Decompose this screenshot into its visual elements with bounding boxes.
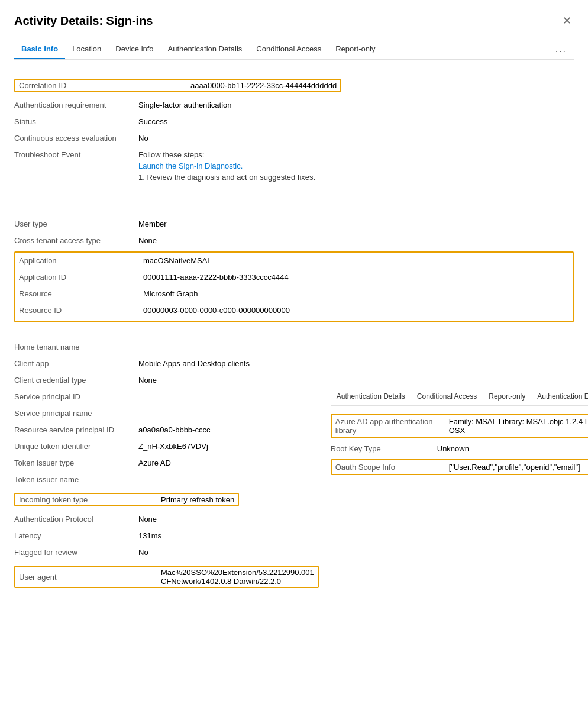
auth-protocol-value: None	[138, 515, 319, 524]
application-block: Application macOSNativeMSAL Application …	[14, 251, 574, 322]
troubleshoot-content: Follow these steps: Launch the Sign-in D…	[138, 150, 574, 184]
client-app-label: Client app	[14, 359, 138, 368]
right-tab-auth-details[interactable]: Authentication Details	[331, 389, 411, 405]
service-principal-id-label: Service principal ID	[14, 392, 138, 401]
incoming-token-label: Incoming token type	[19, 495, 143, 504]
auth-req-label: Authentication requirement	[14, 101, 138, 109]
troubleshoot-row: Troubleshoot Event Follow these steps: L…	[14, 147, 574, 188]
correlation-id-row: Correlation ID aaaa0000-bb11-2222-33cc-4…	[14, 74, 574, 97]
cae-label: Continuous access evaluation	[14, 134, 138, 143]
incoming-token-row: Incoming token type Primary refresh toke…	[14, 488, 319, 511]
troubleshoot-step: Follow these steps:	[138, 150, 574, 159]
tab-report-only[interactable]: Report-only	[328, 40, 382, 59]
tabs-more[interactable]: ...	[548, 39, 574, 59]
resource-value: Microsoft Graph	[143, 289, 569, 298]
cross-tenant-label: Cross tenant access type	[14, 236, 138, 245]
token-issuer-name-label: Token issuer name	[14, 475, 138, 484]
tab-basic-info[interactable]: Basic info	[14, 40, 65, 59]
client-cred-row: Client credential type None	[14, 372, 574, 389]
latency-row: Latency 131ms	[14, 528, 319, 544]
resource-row: Resource Microsoft Graph	[19, 287, 569, 304]
auth-req-value: Single-factor authentication	[138, 101, 574, 109]
activity-details-dialog: Activity Details: Sign-ins ✕ Basic info …	[0, 0, 588, 720]
application-label: Application	[19, 256, 143, 265]
status-label: Status	[14, 117, 138, 126]
cae-value: No	[138, 134, 574, 143]
client-cred-label: Client credential type	[14, 376, 138, 385]
tab-device-info[interactable]: Device info	[108, 40, 160, 59]
root-key-value: Unknown	[437, 444, 588, 453]
correlation-id-label: Correlation ID	[19, 81, 143, 90]
client-app-row: Client app Mobile Apps and Desktop clien…	[14, 356, 574, 372]
auth-protocol-row: Authentication Protocol None	[14, 511, 319, 528]
user-type-label: User type	[14, 219, 138, 228]
root-key-label: Root Key Type	[331, 444, 437, 453]
token-issuer-name-row: Token issuer name	[14, 472, 319, 488]
resource-label: Resource	[19, 289, 143, 298]
root-key-row: Root Key Type Unknown	[331, 441, 588, 456]
user-type-value: Member	[138, 219, 574, 228]
application-row: Application macOSNativeMSAL	[19, 254, 569, 270]
application-value: macOSNativeMSAL	[143, 256, 569, 265]
user-agent-value: Mac%20SSO%20Extension/53.2212990.001 CFN…	[161, 568, 314, 586]
token-issuer-type-row: Token issuer type Azure AD	[14, 455, 319, 472]
application-id-row: Application ID 00001111-aaaa-2222-bbbb-3…	[19, 270, 569, 287]
correlation-id-value: aaaa0000-bb11-2222-33cc-444444dddddd	[190, 81, 337, 90]
service-principal-name-label: Service principal name	[14, 409, 138, 418]
flagged-label: Flagged for review	[14, 548, 138, 557]
status-row: Status Success	[14, 114, 574, 130]
flagged-value: No	[138, 548, 319, 557]
application-id-value: 00001111-aaaa-2222-bbbb-3333cccc4444	[143, 273, 569, 282]
main-tabs: Basic info Location Device info Authenti…	[14, 39, 574, 60]
user-agent-row: User agent Mac%20SSO%20Extension/53.2212…	[14, 561, 319, 593]
resource-sp-id-row: Resource service principal ID a0a0a0a0-b…	[14, 422, 319, 438]
service-principal-id-row: Service principal ID	[14, 389, 319, 405]
resource-id-label: Resource ID	[19, 306, 143, 315]
service-principal-name-row: Service principal name	[14, 405, 319, 422]
oauth-scope-label: Oauth Scope Info	[335, 463, 442, 472]
right-tab-report-only[interactable]: Report-only	[483, 389, 531, 405]
cae-row: Continuous access evaluation No	[14, 130, 574, 147]
resource-sp-id-value: a0a0a0a0-bbbb-cccc	[138, 425, 319, 434]
cross-tenant-value: None	[138, 236, 574, 245]
auth-protocol-label: Authentication Protocol	[14, 515, 138, 524]
right-panel-tabs: Authentication Details Conditional Acces…	[331, 389, 588, 406]
status-value: Success	[138, 117, 574, 126]
tab-conditional-access[interactable]: Conditional Access	[249, 40, 328, 59]
home-tenant-label: Home tenant name	[14, 343, 138, 351]
client-cred-value: None	[138, 376, 574, 385]
azure-ad-auth-value: Family: MSAL Library: MSAL.objc 1.2.4 Pl…	[449, 417, 588, 435]
resource-sp-id-label: Resource service principal ID	[14, 425, 138, 434]
home-tenant-row: Home tenant name	[14, 339, 574, 356]
token-issuer-type-label: Token issuer type	[14, 459, 138, 467]
cross-tenant-row: Cross tenant access type None	[14, 233, 574, 249]
unique-token-row: Unique token identifier Z_nH-XxbkE67VDVj	[14, 438, 319, 455]
right-tab-auth-events[interactable]: Authentication Events	[531, 389, 588, 405]
right-tab-conditional[interactable]: Conditional Access	[411, 389, 483, 405]
troubleshoot-link[interactable]: Launch the Sign-in Diagnostic.	[138, 162, 243, 170]
additional-details-panel: Authentication Details Conditional Acces…	[319, 389, 588, 478]
resource-id-value: 00000003-0000-0000-c000-000000000000	[143, 306, 569, 315]
resource-id-row: Resource ID 00000003-0000-0000-c000-0000…	[19, 304, 569, 320]
troubleshoot-label: Troubleshoot Event	[14, 150, 138, 159]
close-button[interactable]: ✕	[560, 12, 574, 30]
azure-ad-auth-row: Azure AD app authentication library Fami…	[331, 411, 588, 441]
oauth-scope-value: ["User.Read","profile","openid","email"]	[449, 463, 588, 472]
latency-value: 131ms	[138, 531, 319, 540]
left-fields: Service principal ID Service principal n…	[14, 389, 319, 593]
dialog-title: Activity Details: Sign-ins	[14, 14, 153, 28]
latency-label: Latency	[14, 531, 138, 540]
auth-req-row: Authentication requirement Single-factor…	[14, 97, 574, 114]
token-issuer-type-value: Azure AD	[138, 459, 319, 467]
user-agent-label: User agent	[19, 573, 143, 582]
troubleshoot-review: 1. Review the diagnosis and act on sugge…	[138, 173, 574, 182]
client-app-value: Mobile Apps and Desktop clients	[138, 359, 574, 368]
dialog-header: Activity Details: Sign-ins ✕	[14, 12, 574, 30]
tab-auth-details[interactable]: Authentication Details	[161, 40, 250, 59]
incoming-token-value: Primary refresh token	[161, 495, 234, 504]
unique-token-label: Unique token identifier	[14, 442, 138, 451]
application-id-label: Application ID	[19, 273, 143, 282]
flagged-row: Flagged for review No	[14, 544, 319, 561]
tab-location[interactable]: Location	[65, 40, 108, 59]
unique-token-value: Z_nH-XxbkE67VDVj	[138, 442, 319, 451]
